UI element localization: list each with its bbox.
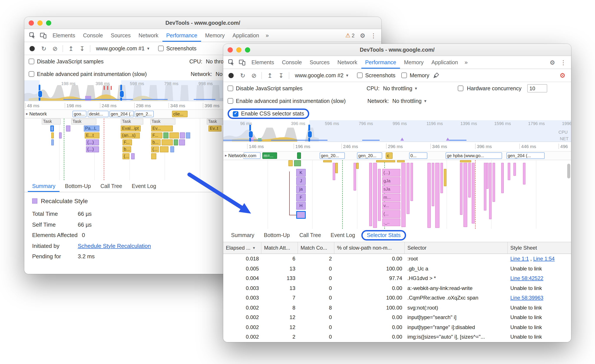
reload-record-icon[interactable]: ↻	[238, 72, 247, 78]
network-request[interactable]: clie...	[172, 111, 188, 117]
tab-network[interactable]: Network	[135, 29, 163, 42]
flame-event[interactable]: E...t	[85, 133, 99, 139]
checkbox[interactable]	[357, 72, 363, 78]
tab-performance[interactable]: Performance	[162, 29, 201, 42]
style-sheet-link[interactable]: Line 58:39963	[510, 295, 543, 301]
flame-event[interactable]	[378, 169, 381, 221]
column-header-selector[interactable]: Selector	[405, 242, 508, 253]
hardware-concurrency-input[interactable]	[527, 84, 547, 92]
load-profile-icon[interactable]: ↥	[66, 45, 76, 51]
network-request[interactable]: gen_20...	[357, 152, 382, 159]
table-row[interactable]: 0.0031300.00a:-webkit-any-link:read-writ…	[223, 283, 571, 293]
flame-event[interactable]	[513, 163, 516, 176]
hardware-concurrency-checkbox[interactable]: Hardware concurrency	[458, 85, 522, 91]
network-throttling-select[interactable]: No throttling ▾	[392, 98, 426, 104]
device-toolbar-icon[interactable]	[237, 59, 248, 66]
selection-handle-right[interactable]	[308, 125, 310, 141]
flame-event[interactable]	[468, 163, 471, 197]
flame-event[interactable]: F	[296, 194, 306, 201]
checkbox[interactable]	[158, 46, 164, 51]
tab-console[interactable]: Console	[278, 56, 306, 69]
memory-checkbox[interactable]: Memory	[402, 72, 429, 78]
column-header-match-att-[interactable]: Match Att...	[262, 242, 298, 253]
flame-event[interactable]	[501, 163, 504, 193]
column-header-style-sheet[interactable]: Style Sheet	[508, 242, 571, 253]
flame-event[interactable]	[51, 133, 54, 139]
tab-console[interactable]: Console	[79, 29, 107, 42]
panel-tab-call-tree[interactable]: Call Tree	[295, 229, 325, 242]
flame-event[interactable]: v...	[382, 202, 400, 210]
column-header--of-slow-path-non-m-[interactable]: % of slow-path non-m...	[334, 242, 405, 253]
flame-event[interactable]	[401, 163, 406, 227]
network-track-header[interactable]: ▸ Network	[225, 153, 246, 158]
table-row[interactable]: 0.005130100.00.gb_Uc aUnable to link	[223, 264, 571, 273]
more-tabs-icon[interactable]: »	[263, 29, 271, 42]
disclosure-triangle-icon[interactable]: ▸	[26, 112, 28, 116]
flame-event[interactable]: (...)	[86, 146, 99, 152]
flame-event[interactable]: Task	[150, 119, 176, 125]
flame-event[interactable]	[435, 163, 439, 228]
flame-event[interactable]	[406, 163, 410, 214]
flame-event[interactable]	[508, 163, 510, 180]
flame-event[interactable]	[373, 163, 377, 228]
panel-tab-bottom-up[interactable]: Bottom-Up	[61, 180, 95, 192]
flame-event[interactable]	[397, 160, 405, 162]
capture-settings-gear-icon[interactable]: ⚙	[557, 72, 568, 79]
flame-event[interactable]	[354, 163, 356, 191]
record-button[interactable]	[29, 46, 35, 51]
flame-event[interactable]: Ev..t	[208, 126, 221, 132]
flame-event[interactable]: b...	[122, 146, 131, 152]
network-request[interactable]: gen_20...	[320, 152, 345, 159]
panel-tab-event-log[interactable]: Event Log	[326, 229, 360, 242]
cpu-throttling-select[interactable]: No throttling ▾	[383, 85, 417, 91]
zoom-button[interactable]	[46, 20, 51, 25]
reload-record-icon[interactable]: ↻	[39, 45, 49, 51]
issues-warning-icon[interactable]: ⚠2	[343, 32, 357, 39]
table-row[interactable]: 0.004133097.74.HG1dvd > *Line 58:42522	[223, 273, 571, 283]
load-profile-icon[interactable]: ↥	[265, 72, 275, 78]
network-track-header[interactable]: ▸ Network	[26, 111, 47, 116]
flame-event[interactable]: (...)	[382, 169, 400, 177]
flame-event[interactable]: (...)	[86, 139, 99, 145]
flame-event[interactable]	[174, 139, 178, 145]
flame-event[interactable]	[411, 163, 413, 201]
network-request[interactable]: gen_204 (...	[506, 152, 545, 159]
flame-event[interactable]: Eval...ipt	[121, 126, 141, 132]
flame-event[interactable]: ._..	[382, 218, 400, 226]
selection-handle-right[interactable]	[120, 85, 122, 101]
flame-event[interactable]: Task	[42, 119, 61, 125]
flame-event[interactable]	[335, 163, 338, 173]
flame-event[interactable]: m...	[382, 194, 400, 201]
timeline-overview[interactable]: CPU NET 96 ms396 ms596 ms796 ms996 ms119…	[223, 120, 571, 142]
flame-event[interactable]	[460, 160, 471, 162]
network-request[interactable]: gen_204 (...	[109, 111, 134, 117]
flame-event[interactable]: J	[296, 177, 306, 185]
tab-memory[interactable]: Memory	[201, 29, 229, 42]
disable-js-samples-checkbox[interactable]: Disable JavaScript samples	[29, 58, 104, 64]
tab-sources[interactable]: Sources	[306, 56, 333, 69]
network-request[interactable]: e.com	[243, 152, 261, 159]
flame-event[interactable]: F...	[151, 133, 163, 139]
network-request[interactable]	[297, 152, 301, 159]
titlebar[interactable]: DevTools - www.google.com/	[223, 44, 571, 56]
column-header-match-co-[interactable]: Match Co...	[298, 242, 334, 253]
advanced-paint-checkbox[interactable]: Enable advanced paint instrumentation (s…	[29, 71, 147, 77]
more-tabs-icon[interactable]: »	[462, 56, 470, 69]
flame-event[interactable]: F...	[122, 139, 132, 145]
flame-event[interactable]: gJa	[382, 177, 400, 185]
network-request[interactable]: gen_2...	[135, 111, 154, 117]
checkbox[interactable]	[402, 72, 407, 78]
flame-event[interactable]	[169, 133, 179, 139]
flame-event[interactable]: (...	[382, 210, 400, 218]
checkbox[interactable]	[29, 71, 34, 77]
titlebar[interactable]: DevTools - www.google.com/	[24, 17, 381, 29]
minimize-button[interactable]	[37, 20, 42, 25]
flame-event[interactable]: (...	[122, 153, 129, 159]
table-row[interactable]: 0.00370100.00.CqmPRe:active .oXqZxc span…	[223, 293, 571, 303]
flame-event[interactable]	[486, 163, 489, 189]
network-request[interactable]: m=...	[262, 152, 277, 159]
history-select[interactable]: www.google.com #2 ▾	[292, 72, 351, 78]
screenshots-checkbox[interactable]: Screenshots	[158, 45, 197, 51]
disable-js-samples-checkbox[interactable]: Disable JavaScript samples	[227, 85, 303, 91]
flame-event[interactable]	[66, 126, 70, 132]
